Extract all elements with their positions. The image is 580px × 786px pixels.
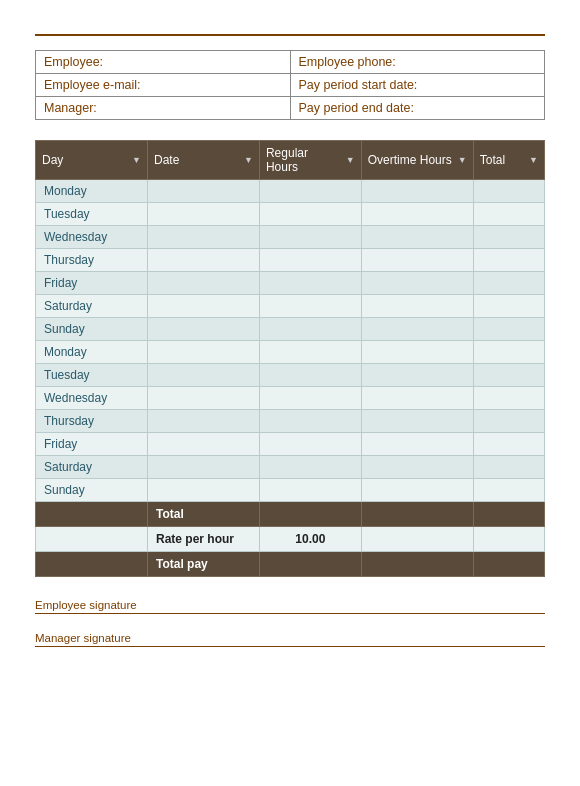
info-row: Employee e-mail: Pay period start date:	[36, 74, 545, 97]
signature-underline	[35, 646, 545, 647]
regular-cell[interactable]	[259, 180, 361, 203]
overtime-cell[interactable]	[361, 249, 473, 272]
date-cell[interactable]	[147, 226, 259, 249]
total-cell	[473, 203, 544, 226]
regular-cell[interactable]	[259, 272, 361, 295]
total-cell	[473, 364, 544, 387]
date-cell[interactable]	[147, 295, 259, 318]
regular-cell[interactable]	[259, 318, 361, 341]
regular-cell[interactable]	[259, 249, 361, 272]
total-row: Total	[36, 502, 545, 527]
total-cell	[473, 456, 544, 479]
table-row: Tuesday	[36, 203, 545, 226]
table-row: Wednesday	[36, 387, 545, 410]
date-cell[interactable]	[147, 433, 259, 456]
date-cell[interactable]	[147, 180, 259, 203]
overtime-cell[interactable]	[361, 295, 473, 318]
total-cell	[473, 318, 544, 341]
overtime-cell[interactable]	[361, 387, 473, 410]
regular-cell[interactable]	[259, 203, 361, 226]
overtime-cell[interactable]	[361, 433, 473, 456]
overtime-cell[interactable]	[361, 272, 473, 295]
day-cell: Tuesday	[36, 203, 148, 226]
dropdown-arrow-regular: ▼	[346, 155, 355, 165]
rate-value[interactable]: 10.00	[259, 527, 361, 552]
info-table: Employee: Employee phone: Employee e-mai…	[35, 50, 545, 120]
date-cell[interactable]	[147, 387, 259, 410]
info-left-label: Manager:	[36, 97, 291, 120]
date-cell[interactable]	[147, 318, 259, 341]
date-cell[interactable]	[147, 479, 259, 502]
date-cell[interactable]	[147, 272, 259, 295]
day-cell: Thursday	[36, 249, 148, 272]
th-date[interactable]: Date▼	[147, 141, 259, 180]
overtime-cell[interactable]	[361, 364, 473, 387]
timesheet-table: Day▼Date▼Regular Hours▼Overtime Hours▼To…	[35, 140, 545, 577]
info-left-label: Employee e-mail:	[36, 74, 291, 97]
total-cell	[473, 341, 544, 364]
date-cell[interactable]	[147, 341, 259, 364]
day-cell: Wednesday	[36, 387, 148, 410]
regular-cell[interactable]	[259, 479, 361, 502]
regular-cell[interactable]	[259, 341, 361, 364]
table-row: Wednesday	[36, 226, 545, 249]
day-cell: Saturday	[36, 295, 148, 318]
th-day[interactable]: Day▼	[36, 141, 148, 180]
dropdown-arrow-day: ▼	[132, 155, 141, 165]
regular-cell[interactable]	[259, 410, 361, 433]
info-left-label: Employee:	[36, 51, 291, 74]
signature-label: Manager signature	[35, 632, 545, 644]
total-cell	[473, 272, 544, 295]
date-cell[interactable]	[147, 364, 259, 387]
table-row: Saturday	[36, 456, 545, 479]
overtime-cell[interactable]	[361, 479, 473, 502]
date-cell[interactable]	[147, 249, 259, 272]
overtime-cell[interactable]	[361, 203, 473, 226]
overtime-cell[interactable]	[361, 180, 473, 203]
regular-cell[interactable]	[259, 456, 361, 479]
day-cell: Monday	[36, 180, 148, 203]
overtime-cell[interactable]	[361, 226, 473, 249]
total-total	[473, 502, 544, 527]
date-cell[interactable]	[147, 203, 259, 226]
table-row: Tuesday	[36, 364, 545, 387]
th-total[interactable]: Total▼	[473, 141, 544, 180]
signature-line: Employee signature	[35, 599, 545, 614]
regular-cell[interactable]	[259, 364, 361, 387]
overtime-cell[interactable]	[361, 341, 473, 364]
regular-cell[interactable]	[259, 433, 361, 456]
total-cell	[473, 387, 544, 410]
overtime-cell[interactable]	[361, 318, 473, 341]
rate-label: Rate per hour	[147, 527, 259, 552]
total-pay-row: Total pay	[36, 552, 545, 577]
table-row: Friday	[36, 272, 545, 295]
dropdown-arrow-date: ▼	[244, 155, 253, 165]
th-label-total: Total	[480, 153, 505, 167]
th-regular[interactable]: Regular Hours▼	[259, 141, 361, 180]
table-row: Sunday	[36, 479, 545, 502]
regular-cell[interactable]	[259, 387, 361, 410]
overtime-cell[interactable]	[361, 456, 473, 479]
regular-cell[interactable]	[259, 295, 361, 318]
signature-label: Employee signature	[35, 599, 545, 611]
total-cell	[473, 249, 544, 272]
table-row: Monday	[36, 180, 545, 203]
table-row: Monday	[36, 341, 545, 364]
date-cell[interactable]	[147, 456, 259, 479]
total-cell	[473, 479, 544, 502]
th-label-day: Day	[42, 153, 63, 167]
th-label-date: Date	[154, 153, 179, 167]
th-overtime[interactable]: Overtime Hours▼	[361, 141, 473, 180]
total-cell	[473, 433, 544, 456]
th-label-overtime: Overtime Hours	[368, 153, 452, 167]
info-right-label: Employee phone:	[290, 51, 545, 74]
date-cell[interactable]	[147, 410, 259, 433]
day-cell: Thursday	[36, 410, 148, 433]
total-overtime	[361, 502, 473, 527]
regular-cell[interactable]	[259, 226, 361, 249]
info-right-label: Pay period start date:	[290, 74, 545, 97]
info-row: Employee: Employee phone:	[36, 51, 545, 74]
rate-empty-1	[36, 527, 148, 552]
overtime-cell[interactable]	[361, 410, 473, 433]
dropdown-arrow-overtime: ▼	[458, 155, 467, 165]
